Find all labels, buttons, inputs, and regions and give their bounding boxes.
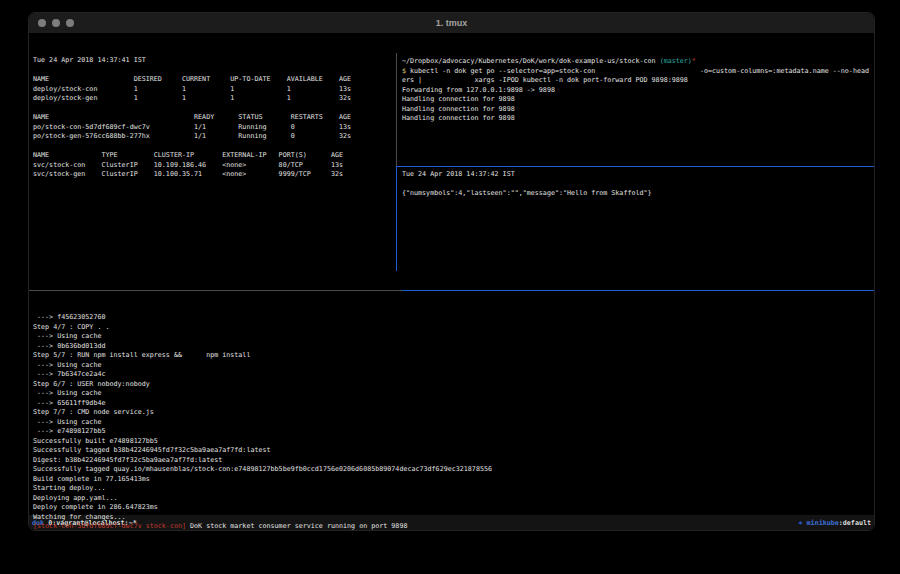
text-segment: ---> f45623052760 <box>33 313 105 321</box>
top-pane-row: Tue 24 Apr 2018 14:37:41 ISTNAME DESIRED… <box>29 53 874 271</box>
tmux-session: Tue 24 Apr 2018 14:37:41 ISTNAME DESIRED… <box>29 34 874 515</box>
terminal-line: ---> Using cache <box>33 332 870 342</box>
text-segment: * <box>692 57 696 65</box>
terminal-line: deploy/stock-gen 1 1 1 1 32s <box>33 94 392 104</box>
pane-service-response-active[interactable]: Tue 24 Apr 2018 14:37:42 IST{"numsymbols… <box>396 166 874 271</box>
text-segment: Handling connection for 9898 <box>402 114 515 122</box>
right-pane-column: ~/Dropbox/advocacy/Kubernetes/DoK/work/d… <box>396 53 874 271</box>
pane-port-forward[interactable]: ~/Dropbox/advocacy/Kubernetes/DoK/work/d… <box>396 53 874 166</box>
terminal-line: Build complete in 77.165413ms <box>33 475 870 485</box>
text-segment: ---> Using cache <box>33 418 101 426</box>
terminal-line: ---> e74898127bb5 <box>33 427 870 437</box>
text-segment: Watching for changes... <box>33 513 126 521</box>
text-segment: Digest: b38b42246945fd7f32c5ba9aea7af7fd… <box>33 456 222 464</box>
terminal-line: Handling connection for 9898 <box>402 105 869 115</box>
text-segment: ers | xargs -IPOD kubectl -n dok port-fo… <box>402 76 688 84</box>
text-segment: Successfully tagged quay.io/mhausenblas/… <box>33 465 492 473</box>
text-segment: Step 4/7 : COPY . . <box>33 323 110 331</box>
pane-border-gray-segment <box>29 290 402 291</box>
text-segment: Successfully tagged b38b42246945fd7f32c5… <box>33 446 271 454</box>
text-segment: (master) <box>660 57 692 65</box>
terminal-line: ---> Using cache <box>33 361 870 371</box>
text-segment: Step 7/7 : CMD node service.js <box>33 408 154 416</box>
terminal-line: $ kubectl -n dok get po --selector=app=s… <box>402 67 869 77</box>
terminal-line: ---> f45623052760 <box>33 313 870 323</box>
terminal-line: Step 6/7 : USER nobody:nobody <box>33 380 870 390</box>
terminal-line <box>33 142 392 152</box>
text-segment: DoK stock market consumer service runnin… <box>186 522 407 530</box>
text-segment: Starting deploy... <box>33 484 105 492</box>
pane-kubectl-watch[interactable]: Tue 24 Apr 2018 14:37:41 ISTNAME DESIRED… <box>29 53 396 271</box>
terminal-line: Tue 24 Apr 2018 14:37:42 IST <box>402 170 869 180</box>
text-segment: ---> Using cache <box>33 332 101 340</box>
terminal-line: svc/stock-gen ClusterIP 10.100.35.71 <no… <box>33 170 392 180</box>
text-segment: Build complete in 77.165413ms <box>33 475 150 483</box>
terminal-line: ---> 65611ff9db4e <box>33 399 870 409</box>
terminal-line <box>33 66 392 76</box>
terminal-line: deploy/stock-con 1 1 1 1 13s <box>33 85 392 95</box>
terminal-line: po/stock-gen-576cc688bb-277hx 1/1 Runnin… <box>33 132 392 142</box>
terminal-window: 1. tmux Tue 24 Apr 2018 14:37:41 ISTNAME… <box>28 12 875 531</box>
text-segment: po/stock-gen-576cc688bb-277hx 1/1 Runnin… <box>33 132 351 140</box>
window-titlebar[interactable]: 1. tmux <box>29 13 874 34</box>
text-segment: svc/stock-con ClusterIP 10.109.186.46 <n… <box>33 161 343 169</box>
terminal-line: svc/stock-con ClusterIP 10.109.186.46 <n… <box>33 161 392 171</box>
terminal-line: Digest: b38b42246945fd7f32c5ba9aea7af7fd… <box>33 456 870 466</box>
text-segment: po/stock-con-5d7df689cf-dwc7v 1/1 Runnin… <box>33 123 351 131</box>
text-segment: Step 6/7 : USER nobody:nobody <box>33 380 150 388</box>
terminal-line: NAME TYPE CLUSTER-IP EXTERNAL-IP PORT(S)… <box>33 151 392 161</box>
terminal-line: ---> 0b636bd013dd <box>33 342 870 352</box>
text-segment: Handling connection for 9898 <box>402 95 515 103</box>
text-segment: ---> 65611ff9db4e <box>33 399 105 407</box>
desktop: 1. tmux Tue 24 Apr 2018 14:37:41 ISTNAME… <box>0 0 900 574</box>
text-segment: NAME READY STATUS RESTARTS AGE <box>33 113 351 121</box>
text-segment: ---> Using cache <box>33 389 101 397</box>
text-segment: NAME TYPE CLUSTER-IP EXTERNAL-IP PORT(S)… <box>33 151 343 159</box>
terminal-line <box>402 180 869 190</box>
text-segment: [stock-con-5d7df689cf-dwc7v stock-con] <box>33 522 186 530</box>
text-segment: Forwarding from 127.0.0.1:9898 -> 9898 <box>402 86 555 94</box>
terminal-line: NAME READY STATUS RESTARTS AGE <box>33 113 392 123</box>
terminal-line: ---> 7b6347ce2a4c <box>33 370 870 380</box>
terminal-line: [stock-con-5d7df689cf-dwc7v stock-con] D… <box>33 522 870 531</box>
text-segment: Tue 24 Apr 2018 14:37:41 IST <box>33 56 146 64</box>
terminal-line: Step 5/7 : RUN npm install express && np… <box>33 351 870 361</box>
text-segment: Deploy complete in 286.647823ms <box>33 503 158 511</box>
pane-border-blue-segment <box>402 290 874 291</box>
text-segment: Handling connection for 9898 <box>402 105 515 113</box>
text-segment: deploy/stock-gen 1 1 1 1 32s <box>33 94 351 102</box>
terminal-line: Step 7/7 : CMD node service.js <box>33 408 870 418</box>
text-segment: kubectl -n dok get po --selector=app=sto… <box>406 67 869 75</box>
text-segment: ---> 7b6347ce2a4c <box>33 370 105 378</box>
terminal-line: Forwarding from 127.0.0.1:9898 -> 9898 <box>402 86 869 96</box>
text-segment: ---> Using cache <box>33 361 101 369</box>
terminal-line: Handling connection for 9898 <box>402 114 869 124</box>
terminal-line: Deploying app.yaml... <box>33 494 870 504</box>
text-segment: ---> e74898127bb5 <box>33 427 105 435</box>
terminal-line: Step 4/7 : COPY . . <box>33 323 870 333</box>
pane-border-horizontal <box>29 290 874 291</box>
pane-skaffold-build-log[interactable]: ---> f45623052760Step 4/7 : COPY . . ---… <box>29 310 874 531</box>
text-segment: ~/Dropbox/advocacy/Kubernetes/DoK/work/d… <box>402 57 660 65</box>
terminal-line: ---> Using cache <box>33 389 870 399</box>
text-segment: deploy/stock-con 1 1 1 1 13s <box>33 85 351 93</box>
text-segment: Tue 24 Apr 2018 14:37:42 IST <box>402 170 515 178</box>
terminal-line: Deploy complete in 286.647823ms <box>33 503 870 513</box>
terminal-line: Tue 24 Apr 2018 14:37:41 IST <box>33 56 392 66</box>
terminal-line: ~/Dropbox/advocacy/Kubernetes/DoK/work/d… <box>402 57 869 67</box>
terminal-line <box>33 104 392 114</box>
terminal-line: {"numsymbols":4,"lastseen":"","message":… <box>402 189 869 199</box>
text-segment: Deploying app.yaml... <box>33 494 118 502</box>
text-segment: {"numsymbols":4,"lastseen":"","message":… <box>402 189 652 197</box>
text-segment: Step 5/7 : RUN npm install express && np… <box>33 351 250 359</box>
terminal-line: po/stock-con-5d7df689cf-dwc7v 1/1 Runnin… <box>33 123 392 133</box>
terminal-line: ---> Using cache <box>33 418 870 428</box>
terminal-line: Successfully built e74898127bb5 <box>33 437 870 447</box>
text-segment: svc/stock-gen ClusterIP 10.100.35.71 <no… <box>33 170 343 178</box>
text-segment: ---> 0b636bd013dd <box>33 342 105 350</box>
terminal-line: NAME DESIRED CURRENT UP-TO-DATE AVAILABL… <box>33 75 392 85</box>
terminal-line: Successfully tagged quay.io/mhausenblas/… <box>33 465 870 475</box>
text-segment: Successfully built e74898127bb5 <box>33 437 158 445</box>
terminal-line: ers | xargs -IPOD kubectl -n dok port-fo… <box>402 76 869 86</box>
terminal-line: Successfully tagged b38b42246945fd7f32c5… <box>33 446 870 456</box>
